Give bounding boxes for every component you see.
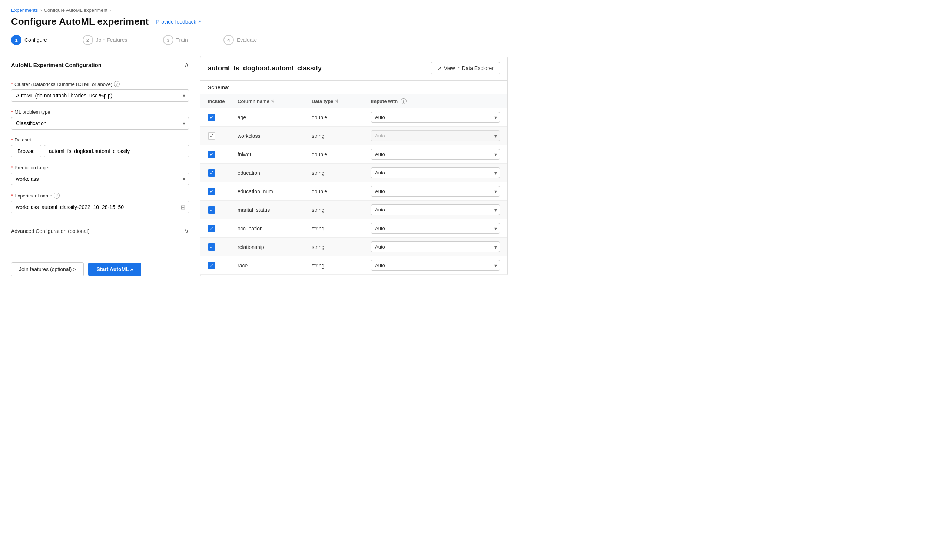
cluster-select[interactable]: AutoML (do not attach libraries, use %pi…: [11, 89, 189, 102]
experiment-name-icon: ⊞: [181, 204, 185, 211]
impute-cell: Auto ▾: [371, 204, 500, 215]
impute-select-wrapper: Auto ▾: [371, 204, 500, 215]
data-type-cell: string: [312, 225, 371, 231]
checkbox-checked[interactable]: ✓: [208, 151, 215, 158]
impute-cell: Auto ▾: [371, 242, 500, 252]
checkbox-checked[interactable]: ✓: [208, 243, 215, 251]
breadcrumb: Experiments › Configure AutoML experimen…: [11, 8, 508, 13]
include-cell: ✓: [208, 169, 238, 177]
footer-buttons: Join features (optional) > Start AutoML …: [11, 256, 189, 276]
dataset-field: * Dataset Browse: [11, 137, 189, 158]
dataset-label: * Dataset: [11, 137, 189, 143]
table-row: ✓marital_statusstring Auto ▾: [200, 201, 507, 219]
start-automl-button[interactable]: Start AutoML »: [88, 263, 141, 276]
view-explorer-button[interactable]: ↗ View in Data Explorer: [431, 62, 500, 74]
impute-info-icon[interactable]: ℹ: [401, 98, 407, 104]
page-header: Configure AutoML experiment Provide feed…: [11, 16, 508, 27]
impute-select[interactable]: Auto: [371, 186, 500, 197]
include-cell: ✓: [208, 262, 238, 269]
impute-cell: Auto ▾: [371, 223, 500, 234]
impute-select[interactable]: Auto: [371, 131, 500, 141]
prediction-label: * Prediction target: [11, 165, 189, 170]
ml-problem-select-wrapper: Classification ▾: [11, 117, 189, 130]
experiment-name-label: * Experiment name ?: [11, 192, 189, 198]
column-name-cell: race: [238, 263, 312, 269]
checkbox-checked[interactable]: ✓: [208, 169, 215, 177]
ml-problem-select[interactable]: Classification: [11, 117, 189, 130]
data-type-cell: double: [312, 189, 371, 194]
feedback-icon: ↗: [197, 19, 201, 24]
checkbox-checked[interactable]: ✓: [208, 206, 215, 214]
table-row: ✓occupationstring Auto ▾: [200, 219, 507, 238]
col-column-name: Column name ⇅: [238, 98, 312, 104]
checkbox-checked[interactable]: ✓: [208, 225, 215, 232]
cluster-info-icon[interactable]: ?: [114, 81, 120, 87]
cluster-field: * Cluster (Databricks Runtime 8.3 ML or …: [11, 81, 189, 102]
data-type-cell: string: [312, 207, 371, 213]
breadcrumb-sep1: ›: [40, 8, 42, 13]
table-row: ✓education_numdouble Auto ▾: [200, 182, 507, 201]
column-name-cell: education_num: [238, 189, 312, 194]
impute-select[interactable]: Auto: [371, 167, 500, 178]
data-type-cell: string: [312, 133, 371, 139]
checkbox-checked[interactable]: ✓: [208, 114, 215, 121]
prediction-select-wrapper: workclass ▾: [11, 173, 189, 185]
experiment-info-icon[interactable]: ?: [54, 192, 60, 198]
data-type-cell: string: [312, 244, 371, 250]
advanced-chevron-icon: ∨: [184, 227, 189, 235]
impute-select[interactable]: Auto: [371, 223, 500, 234]
impute-select[interactable]: Auto: [371, 242, 500, 252]
impute-select[interactable]: Auto: [371, 149, 500, 160]
cluster-select-wrapper: AutoML (do not attach libraries, use %pi…: [11, 89, 189, 102]
external-link-icon: ↗: [437, 65, 442, 71]
collapse-icon[interactable]: ∧: [184, 61, 189, 69]
step-join-features[interactable]: 2 Join Features: [83, 35, 128, 45]
column-name-cell: age: [238, 114, 312, 120]
step-configure[interactable]: 1 Configure: [11, 35, 47, 45]
prediction-select[interactable]: workclass: [11, 173, 189, 185]
left-panel: AutoML Experiment Configuration ∧ * Clus…: [11, 56, 189, 276]
checkbox-checked[interactable]: ✓: [208, 188, 215, 195]
page-title: Configure AutoML experiment: [11, 16, 149, 27]
table-row: ✓racestring Auto ▾: [200, 256, 507, 275]
column-name-cell: workclass: [238, 133, 312, 139]
step-line-3: [191, 40, 220, 41]
join-features-button[interactable]: Join features (optional) >: [11, 262, 84, 276]
view-explorer-label: View in Data Explorer: [444, 65, 494, 71]
feedback-link[interactable]: Provide feedback ↗: [156, 19, 201, 25]
column-name-sort-icon[interactable]: ⇅: [271, 99, 274, 104]
experiment-name-field: * Experiment name ? ⊞: [11, 192, 189, 213]
feedback-label: Provide feedback: [156, 19, 196, 25]
advanced-config-section[interactable]: Advanced Configuration (optional) ∨: [11, 221, 189, 241]
dataset-title: automl_fs_dogfood.automl_classify: [208, 65, 322, 72]
impute-select-wrapper: Auto ▾: [371, 167, 500, 178]
data-type-sort-icon[interactable]: ⇅: [335, 99, 338, 104]
include-cell: ✓: [208, 243, 238, 251]
checkbox-check[interactable]: ✓: [208, 132, 215, 140]
prediction-field: * Prediction target workclass ▾: [11, 165, 189, 185]
impute-select[interactable]: Auto: [371, 112, 500, 123]
step-train[interactable]: 3 Train: [163, 35, 188, 45]
col-impute-with: Impute with ℹ: [371, 98, 500, 104]
impute-select[interactable]: Auto: [371, 260, 500, 271]
config-section-header: AutoML Experiment Configuration ∧: [11, 56, 189, 74]
include-cell: ✓: [208, 188, 238, 195]
step-circle-2: 2: [83, 35, 93, 45]
config-section-title: AutoML Experiment Configuration: [11, 62, 101, 68]
column-name-cell: marital_status: [238, 207, 312, 213]
step-line-2: [130, 40, 160, 41]
dataset-input[interactable]: [44, 145, 189, 158]
col-data-type: Data type ⇅: [312, 98, 371, 104]
impute-select-wrapper: Auto ▾: [371, 131, 500, 141]
impute-select-wrapper: Auto ▾: [371, 186, 500, 197]
ml-problem-label: * ML problem type: [11, 109, 189, 115]
checkbox-checked[interactable]: ✓: [208, 262, 215, 269]
table-row: ✓workclassstring Auto ▾: [200, 127, 507, 145]
schema-label: Schema:: [200, 81, 507, 95]
browse-button[interactable]: Browse: [11, 145, 41, 158]
step-evaluate[interactable]: 4 Evaluate: [223, 35, 257, 45]
breadcrumb-experiments[interactable]: Experiments: [11, 8, 38, 13]
page: Experiments › Configure AutoML experimen…: [0, 0, 519, 284]
impute-select[interactable]: Auto: [371, 204, 500, 215]
experiment-name-input[interactable]: [11, 201, 189, 213]
